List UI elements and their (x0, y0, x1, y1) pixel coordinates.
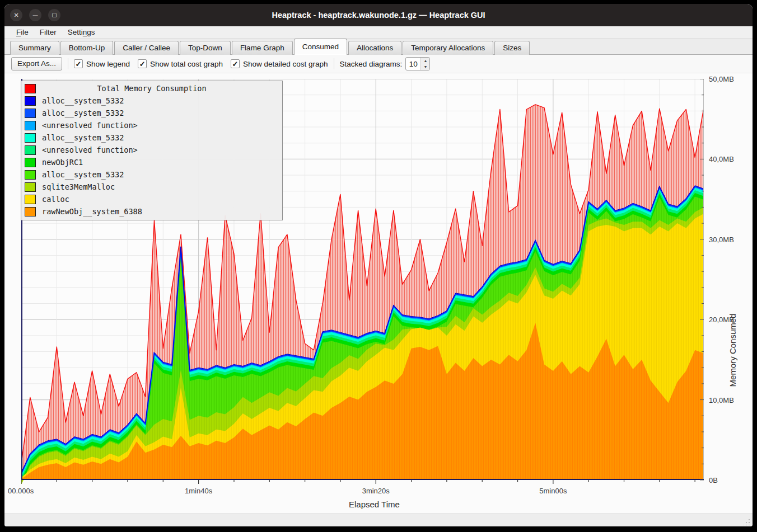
titlebar[interactable]: ✕—▢ Heaptrack - heaptrack.wakunode.1.gz … (4, 4, 753, 26)
y-axis-title: Memory Consumed (728, 314, 737, 387)
tab-top-down[interactable]: Top-Down (180, 41, 231, 55)
legend-swatch-total (25, 84, 36, 93)
legend-item[interactable]: newObjRC1 (21, 156, 282, 168)
toolbar-separator (68, 58, 68, 69)
legend-item[interactable]: alloc__system_5332 (21, 168, 282, 181)
x-tick-label: 3min20s (362, 487, 390, 495)
legend-label: rawNewObj__system_6388 (42, 207, 142, 216)
legend-item[interactable]: rawNewObj__system_6388 (21, 205, 282, 218)
stacked-diagrams-label: Stacked diagrams: (340, 60, 403, 68)
tab-bar: SummaryBottom-UpCaller / CalleeTop-DownF… (4, 39, 753, 55)
checkbox-box[interactable]: ✓ (231, 59, 240, 68)
legend-label: alloc__system_5332 (42, 170, 124, 179)
checkbox-box[interactable]: ✓ (138, 59, 147, 68)
legend-title: Total Memory Consumption (36, 84, 268, 93)
checkbox-box[interactable]: ✓ (74, 59, 83, 68)
spin-up-icon[interactable]: ▲ (421, 58, 429, 64)
tab-bottom-up[interactable]: Bottom-Up (60, 41, 114, 55)
maximize-button[interactable]: ▢ (48, 9, 60, 21)
checkbox-label: Show detailed cost graph (243, 60, 328, 68)
legend-label: calloc (42, 195, 69, 204)
legend-label: <unresolved function> (42, 145, 138, 154)
legend-swatch (25, 133, 36, 143)
legend-swatch (25, 170, 36, 180)
legend-swatch (25, 109, 36, 118)
legend-swatch (25, 145, 36, 155)
legend-swatch (25, 195, 36, 204)
legend-swatch (25, 96, 36, 106)
toolbar-separator (334, 58, 334, 69)
heaptrack-app: ✕—▢ Heaptrack - heaptrack.wakunode.1.gz … (4, 4, 753, 526)
x-tick-label: 1min40s (185, 487, 212, 495)
legend-title-row: Total Memory Consumption (21, 82, 282, 95)
minimize-icon: — (33, 12, 38, 17)
tab-consumed[interactable]: Consumed (294, 39, 347, 55)
legend-swatch (25, 158, 36, 167)
stacked-diagrams-control: Stacked diagrams: 10 ▲ ▼ (340, 57, 431, 70)
y-tick-label: 10,0MB (709, 396, 748, 404)
y-tick-label: 0B (709, 476, 748, 484)
x-tick-label: 5min00s (539, 487, 567, 495)
legend-swatch (25, 182, 36, 192)
y-tick-label: 20,0MB (709, 316, 748, 324)
legend-label: newObjRC1 (42, 158, 83, 167)
export-as-button[interactable]: Export As... (11, 57, 62, 70)
status-bar (4, 514, 753, 526)
x-tick-label: 00.000s (8, 487, 34, 495)
stacked-diagrams-spinbox[interactable]: 10 ▲ ▼ (405, 57, 430, 70)
legend-label: alloc__system_5332 (42, 96, 124, 105)
close-icon: ✕ (13, 12, 18, 18)
checkbox-show-detailed-cost-graph[interactable]: ✓Show detailed cost graph (231, 59, 328, 68)
toolbar-checkboxes: ✓Show legend✓Show total cost graph✓Show … (74, 59, 328, 68)
legend-item[interactable]: alloc__system_5332 (21, 131, 282, 144)
menubar: FileFilterSettings (4, 26, 753, 39)
legend-item[interactable]: <unresolved function> (21, 119, 282, 131)
chart-area: Memory Consumed Elapsed Time Total Memor… (4, 73, 753, 514)
legend-label: sqlite3MemMalloc (42, 182, 115, 191)
legend-swatch (25, 207, 36, 216)
x-axis-title: Elapsed Time (349, 500, 400, 509)
window: ✕—▢ Heaptrack - heaptrack.wakunode.1.gz … (0, 0, 757, 532)
menu-file[interactable]: File (11, 27, 34, 37)
legend-item[interactable]: <unresolved function> (21, 144, 282, 156)
spinbox-arrows: ▲ ▼ (420, 58, 429, 70)
legend-item[interactable]: alloc__system_5332 (21, 107, 282, 119)
checkbox-label: Show legend (86, 60, 130, 68)
close-button[interactable]: ✕ (10, 9, 22, 21)
menu-settings[interactable]: Settings (63, 27, 100, 37)
legend-item[interactable]: calloc (21, 193, 282, 205)
menu-filter[interactable]: Filter (35, 27, 62, 37)
tab-sizes[interactable]: Sizes (494, 41, 530, 55)
legend-label: alloc__system_5332 (42, 133, 124, 142)
maximize-icon: ▢ (52, 12, 57, 18)
minimize-button[interactable]: — (29, 9, 41, 21)
stacked-diagrams-value[interactable]: 10 (406, 58, 420, 70)
y-tick-label: 50,0MB (709, 75, 748, 83)
tab-allocations[interactable]: Allocations (348, 41, 401, 55)
tab-summary[interactable]: Summary (10, 41, 59, 55)
checkbox-show-legend[interactable]: ✓Show legend (74, 59, 130, 68)
y-tick-label: 30,0MB (709, 235, 748, 243)
tab-caller-callee[interactable]: Caller / Callee (114, 41, 179, 55)
legend-swatch (25, 121, 36, 130)
legend-item[interactable]: alloc__system_5332 (21, 95, 282, 107)
toolbar: Export As... ✓Show legend✓Show total cos… (4, 55, 753, 73)
spin-down-icon[interactable]: ▼ (421, 64, 429, 70)
checkbox-label: Show total cost graph (150, 60, 223, 68)
window-title: Heaptrack - heaptrack.wakunode.1.gz — He… (4, 11, 753, 20)
y-tick-label: 40,0MB (709, 155, 748, 163)
tab-flame-graph[interactable]: Flame Graph (232, 41, 293, 55)
chart-legend[interactable]: Total Memory Consumptionalloc__system_53… (21, 81, 283, 220)
legend-label: <unresolved function> (42, 121, 138, 130)
window-controls: ✕—▢ (10, 9, 60, 21)
legend-item[interactable]: sqlite3MemMalloc (21, 181, 282, 193)
checkbox-show-total-cost-graph[interactable]: ✓Show total cost graph (138, 59, 223, 68)
legend-label: alloc__system_5332 (42, 109, 124, 117)
resize-grip-icon[interactable] (744, 518, 751, 525)
tab-temporary-allocations[interactable]: Temporary Allocations (403, 41, 493, 55)
